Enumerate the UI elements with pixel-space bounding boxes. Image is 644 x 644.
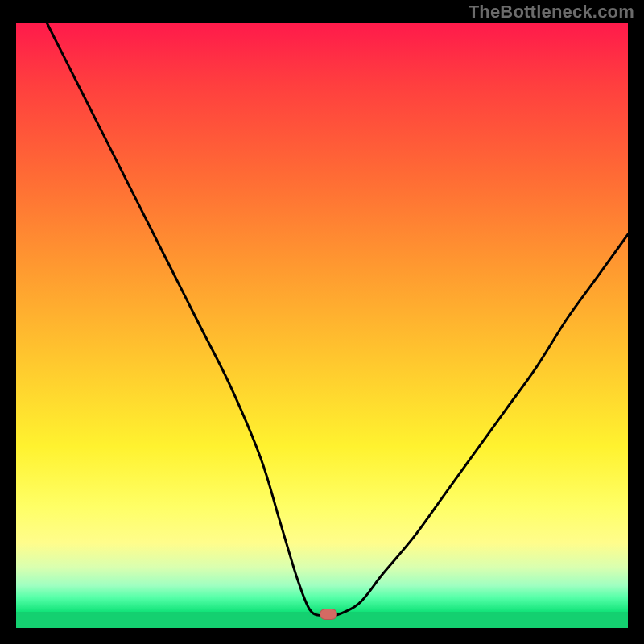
bottleneck-curve xyxy=(16,23,628,628)
watermark-label: TheBottleneck.com xyxy=(469,2,634,23)
optimum-marker xyxy=(320,609,337,620)
plot-area xyxy=(16,23,628,628)
chart-frame: TheBottleneck.com xyxy=(0,0,644,644)
